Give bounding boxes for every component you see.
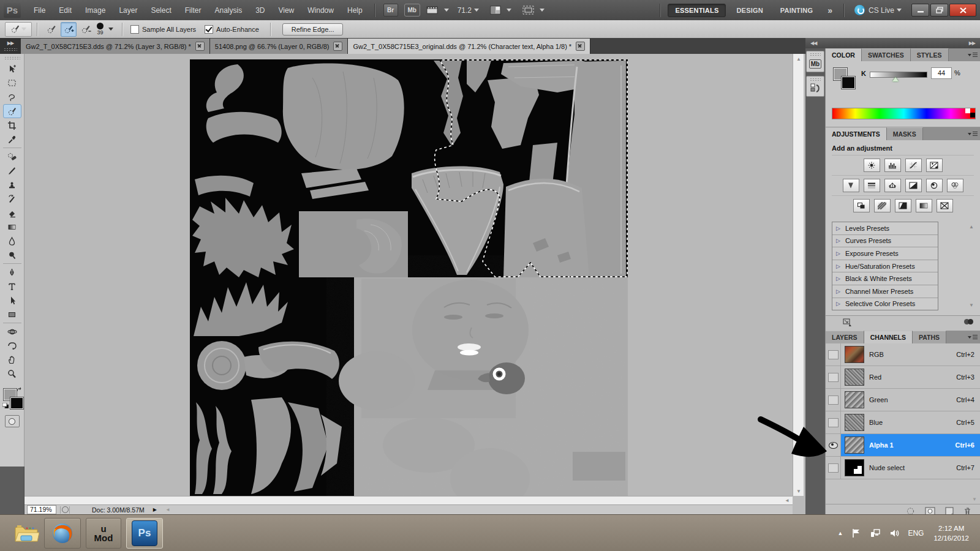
black-white-button[interactable] xyxy=(905,179,922,192)
preset-black-white[interactable]: ▷Black & White Presets xyxy=(832,272,938,285)
expand-dock-icon[interactable]: ▶▶ xyxy=(969,40,975,46)
selective-color-button[interactable] xyxy=(937,199,953,212)
refine-edge-button[interactable]: Refine Edge... xyxy=(282,23,344,36)
document-tab-2[interactable]: 51408.png @ 66.7% (Layer 0, RGB/8) xyxy=(210,39,349,54)
expand-icon[interactable]: ▷ xyxy=(836,250,840,257)
brush-size-picker[interactable]: 39 xyxy=(97,23,104,36)
eyedropper-tool[interactable] xyxy=(3,132,21,146)
tool-preset-picker[interactable] xyxy=(5,22,32,37)
expand-icon[interactable]: ▷ xyxy=(836,263,840,269)
visibility-toggle[interactable] xyxy=(826,366,841,388)
close-button[interactable] xyxy=(949,4,976,17)
menu-image[interactable]: Image xyxy=(78,0,112,20)
action-center-flag-icon[interactable] xyxy=(851,528,861,538)
firefox-taskbar-button[interactable] xyxy=(44,518,81,549)
preset-levels[interactable]: ▷Levels Presets xyxy=(832,222,938,235)
k-slider-marker[interactable] xyxy=(892,77,899,81)
view-extras-button[interactable] xyxy=(426,6,439,15)
history-panel-button[interactable] xyxy=(806,76,824,97)
status-popup-icon[interactable]: ▶ xyxy=(153,507,157,512)
panel-menu-icon[interactable] xyxy=(968,334,978,341)
k-slider[interactable] xyxy=(870,72,927,78)
document-tab-3-active[interactable]: Gw2_T_0X58C715E3_original.dds @ 71.2% (C… xyxy=(348,39,590,54)
preset-exposure[interactable]: ▷Exposure Presets xyxy=(832,247,938,260)
dropdown-arrow-icon[interactable] xyxy=(474,9,479,12)
mini-bridge-panel-button[interactable]: Mb xyxy=(806,51,824,72)
vibrance-button[interactable] xyxy=(843,179,859,192)
white-swatch[interactable] xyxy=(965,108,970,113)
expand-icon[interactable]: ▷ xyxy=(836,276,840,282)
eraser-tool[interactable] xyxy=(3,206,21,220)
clone-stamp-tool[interactable] xyxy=(3,178,21,192)
tab-masks[interactable]: MASKS xyxy=(887,127,923,140)
horizontal-scrollbar[interactable]: ◄ xyxy=(24,496,793,504)
vertical-scrollbar[interactable]: ▲ ▼ xyxy=(793,54,804,496)
history-brush-tool[interactable] xyxy=(3,192,21,206)
expand-icon[interactable]: ▷ xyxy=(836,301,840,307)
photoshop-taskbar-button[interactable]: Ps xyxy=(126,518,163,549)
3d-rotate-tool[interactable] xyxy=(3,324,21,339)
launch-bridge-button[interactable]: Br xyxy=(383,4,398,17)
visibility-toggle[interactable] xyxy=(826,457,841,479)
screen-mode-button[interactable] xyxy=(522,6,534,15)
tools-dock-toggle[interactable]: ▶▶ xyxy=(0,38,21,54)
auto-enhance-checkbox[interactable] xyxy=(205,25,213,34)
visibility-toggle[interactable] xyxy=(826,411,841,433)
scroll-left-icon[interactable]: ◄ xyxy=(782,497,793,504)
close-tab-icon[interactable] xyxy=(333,42,342,51)
tab-styles[interactable]: STYLES xyxy=(911,48,949,61)
dodge-tool[interactable] xyxy=(3,248,21,262)
color-spectrum-ramp[interactable] xyxy=(832,108,976,119)
close-tab-icon[interactable] xyxy=(195,42,205,51)
background-color-swatch[interactable] xyxy=(841,76,856,89)
curves-button[interactable] xyxy=(905,159,922,172)
menu-layer[interactable]: Layer xyxy=(112,0,144,20)
cs-live-button[interactable]: CS Live xyxy=(854,5,905,15)
preset-channel-mixer[interactable]: ▷Channel Mixer Presets xyxy=(832,285,938,298)
preset-curves[interactable]: ▷Curves Presets xyxy=(832,235,938,248)
document-image[interactable] xyxy=(190,59,628,496)
channel-row-blue[interactable]: Blue Ctrl+5 xyxy=(826,411,980,434)
dropdown-arrow-icon[interactable] xyxy=(108,28,113,31)
clip-adjustment-icon[interactable] xyxy=(964,319,974,326)
rectangular-marquee-tool[interactable] xyxy=(3,76,21,90)
menu-3d[interactable]: 3D xyxy=(249,0,271,20)
hue-saturation-button[interactable] xyxy=(864,179,880,192)
spot-healing-brush-tool[interactable] xyxy=(3,149,21,163)
channel-row-green[interactable]: Green Ctrl+4 xyxy=(826,389,980,411)
workspace-overflow-icon[interactable]: » xyxy=(821,6,839,15)
zoom-tool[interactable] xyxy=(3,367,21,381)
default-colors-icon[interactable] xyxy=(2,403,9,408)
add-to-selection-mode-button[interactable] xyxy=(61,22,77,37)
visibility-toggle[interactable] xyxy=(826,343,841,365)
dropdown-arrow-icon[interactable] xyxy=(540,9,545,12)
network-icon[interactable] xyxy=(870,528,881,538)
invert-button[interactable] xyxy=(853,199,870,212)
panel-menu-icon[interactable] xyxy=(968,130,978,138)
brightness-contrast-button[interactable] xyxy=(864,159,880,172)
restore-button[interactable] xyxy=(930,4,948,17)
channel-row-nude-select[interactable]: Nude select Ctrl+7 xyxy=(826,457,980,479)
volume-icon[interactable] xyxy=(889,528,899,538)
path-selection-tool[interactable] xyxy=(3,293,21,307)
launch-mini-bridge-button[interactable]: Mb xyxy=(404,4,420,17)
expand-icon[interactable]: ▷ xyxy=(836,225,840,231)
expand-icon[interactable]: ▷ xyxy=(836,288,840,294)
tab-channels[interactable]: CHANNELS xyxy=(864,331,913,343)
arrange-documents-button[interactable] xyxy=(490,6,501,15)
visibility-toggle[interactable] xyxy=(826,389,841,411)
channel-row-alpha1-selected[interactable]: Alpha 1 Ctrl+6 xyxy=(826,434,980,457)
menu-help[interactable]: Help xyxy=(341,0,369,20)
sample-all-layers-checkbox[interactable] xyxy=(130,25,139,34)
preset-selective-color[interactable]: ▷Selective Color Presets xyxy=(832,298,938,310)
channel-row-rgb[interactable]: RGB Ctrl+2 xyxy=(826,343,980,366)
posterize-button[interactable] xyxy=(874,199,891,212)
gradient-map-button[interactable] xyxy=(916,199,932,212)
preset-hue-saturation[interactable]: ▷Hue/Saturation Presets xyxy=(832,260,938,273)
workspace-painting[interactable]: PAINTING xyxy=(774,4,820,17)
menu-filter[interactable]: Filter xyxy=(178,0,208,20)
tab-swatches[interactable]: SWATCHES xyxy=(862,48,911,61)
workspace-essentials[interactable]: ESSENTIALS xyxy=(668,4,726,17)
umod-taskbar-button[interactable]: u Mod xyxy=(86,518,121,549)
exposure-button[interactable] xyxy=(926,159,943,172)
